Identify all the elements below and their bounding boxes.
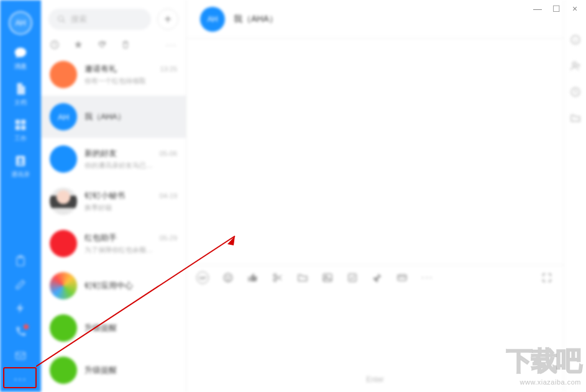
task-icon[interactable] xyxy=(347,272,358,283)
search-icon xyxy=(57,15,66,24)
nav-docs[interactable]: 文档 xyxy=(8,82,33,107)
refresh-icon[interactable] xyxy=(97,40,107,50)
gif-icon[interactable]: GIF xyxy=(196,271,209,284)
list-more-button[interactable]: ··· xyxy=(166,40,177,50)
svg-point-13 xyxy=(229,276,231,278)
add-button[interactable]: + xyxy=(157,9,178,30)
nav-label: 文档 xyxy=(14,98,27,107)
folder-rail-icon[interactable] xyxy=(570,112,581,124)
scissors-icon[interactable] xyxy=(272,272,283,283)
chat-time: 13:25 xyxy=(160,65,177,73)
sidebar: AH 消息 文档 工作 通讯录 xyxy=(0,0,41,392)
chat-avatar xyxy=(50,61,77,88)
chat-title: 邀请有礼 xyxy=(85,63,117,75)
nav-label: 通讯录 xyxy=(11,170,30,179)
chat-time: 05-29 xyxy=(160,234,177,242)
svg-point-21 xyxy=(572,62,576,66)
chat-preview: 换季好箱 xyxy=(85,203,177,212)
chat-time: 04-19 xyxy=(160,192,177,199)
chat-preview: 你有一个红包待领取 xyxy=(85,76,177,86)
notification-dot xyxy=(24,324,29,329)
chat-title: 红包助手 xyxy=(85,232,117,244)
nav-label: 工作 xyxy=(14,134,27,143)
svg-point-11 xyxy=(224,273,232,282)
contacts-icon xyxy=(14,154,27,168)
chat-avatar xyxy=(50,357,77,384)
chat-avatar xyxy=(50,145,77,173)
chat-preview: 你的通讯录好友马已… xyxy=(85,161,177,170)
svg-rect-16 xyxy=(323,274,332,281)
chat-item[interactable]: 钉钉小秘书04-19换季好箱 xyxy=(41,180,186,222)
grid-icon xyxy=(14,118,27,132)
history-icon[interactable] xyxy=(570,86,581,98)
minimize-button[interactable]: — xyxy=(533,4,543,14)
chat-avatar xyxy=(50,314,77,342)
chat-item[interactable]: 邀请有礼13:25你有一个红包待领取 xyxy=(41,53,186,96)
trash-icon[interactable] xyxy=(121,40,130,50)
person-add-icon[interactable] xyxy=(570,60,581,71)
close-button[interactable]: × xyxy=(570,4,580,14)
docs-icon xyxy=(14,82,27,96)
card-icon[interactable] xyxy=(396,272,408,283)
more-menu-button[interactable]: ··· xyxy=(14,373,27,386)
user-avatar[interactable]: AH xyxy=(9,11,32,35)
mail-icon[interactable] xyxy=(14,349,27,362)
chat-time: 05-06 xyxy=(160,150,177,157)
conversation-title: 我（AHA） xyxy=(234,14,278,25)
chat-item[interactable]: 红包助手05-29为了保障你红包余额… xyxy=(41,222,186,265)
maximize-button[interactable]: ☐ xyxy=(551,4,561,14)
chat-item[interactable]: 钉钉应用中心 xyxy=(41,265,186,307)
message-input[interactable] xyxy=(186,290,564,367)
chat-item[interactable]: 升级提醒 xyxy=(41,307,186,349)
svg-rect-1 xyxy=(21,120,25,124)
nav-contacts[interactable]: 通讯录 xyxy=(8,154,33,179)
composer-toolbar: GIF ··· xyxy=(186,265,564,290)
phone-icon-wrap[interactable] xyxy=(14,326,27,338)
svg-rect-2 xyxy=(16,125,20,130)
chat-avatar: AH xyxy=(50,103,77,130)
clock-icon[interactable] xyxy=(50,40,60,50)
svg-rect-0 xyxy=(16,120,20,124)
fullscreen-icon[interactable] xyxy=(541,272,552,283)
nav-work[interactable]: 工作 xyxy=(8,118,33,143)
chat-title: 我（AHA） xyxy=(85,111,126,122)
thumbs-up-icon[interactable] xyxy=(247,272,259,283)
chat-title: 新的好友 xyxy=(85,148,117,159)
window-controls: — ☐ × xyxy=(533,4,580,14)
svg-point-14 xyxy=(273,274,277,277)
chat-list-panel: 搜索 + ··· 邀请有礼13:25你有一个红包待领取AH我（AHA）新的好友0… xyxy=(41,0,186,392)
chat-avatar xyxy=(50,230,77,257)
svg-point-12 xyxy=(226,276,227,278)
pin-icon[interactable] xyxy=(372,272,383,283)
nav-label: 消息 xyxy=(14,62,27,71)
svg-rect-8 xyxy=(16,352,25,359)
right-rail xyxy=(564,0,586,392)
emoji-icon[interactable] xyxy=(222,272,234,283)
svg-rect-19 xyxy=(398,275,406,281)
svg-point-5 xyxy=(19,158,22,161)
conversation-panel: AH 我（AHA） GIF ··· Enter xyxy=(186,0,564,392)
edit-icon[interactable] xyxy=(14,278,27,291)
toolbar-more-icon[interactable]: ··· xyxy=(421,272,433,283)
search-placeholder: 搜索 xyxy=(71,14,87,25)
chat-item[interactable]: 新的好友05-06你的通讯录好友马已… xyxy=(41,138,186,180)
chat-item[interactable]: 升级提醒 xyxy=(41,349,186,391)
chat-item[interactable]: AH我（AHA） xyxy=(41,96,186,138)
nav-messages[interactable]: 消息 xyxy=(8,46,33,71)
chat-preview: 为了保障你红包余额… xyxy=(85,245,177,255)
send-hint: Enter xyxy=(186,367,564,392)
folder-icon[interactable] xyxy=(297,272,308,283)
search-input[interactable]: 搜索 xyxy=(48,9,151,30)
chat-avatar xyxy=(50,272,77,299)
star-icon[interactable] xyxy=(73,40,83,50)
lightning-icon[interactable] xyxy=(14,302,27,314)
image-icon[interactable] xyxy=(322,272,333,283)
chat-title: 升级提醒 xyxy=(85,365,117,376)
conversation-avatar[interactable]: AH xyxy=(200,7,225,32)
chat-title: 钉钉应用中心 xyxy=(85,280,133,291)
chat-title: 钉钉小秘书 xyxy=(85,190,125,201)
clipboard-icon[interactable] xyxy=(14,255,27,267)
info-icon[interactable] xyxy=(570,34,581,45)
chat-bubble-icon xyxy=(14,46,27,60)
svg-rect-3 xyxy=(21,125,25,130)
